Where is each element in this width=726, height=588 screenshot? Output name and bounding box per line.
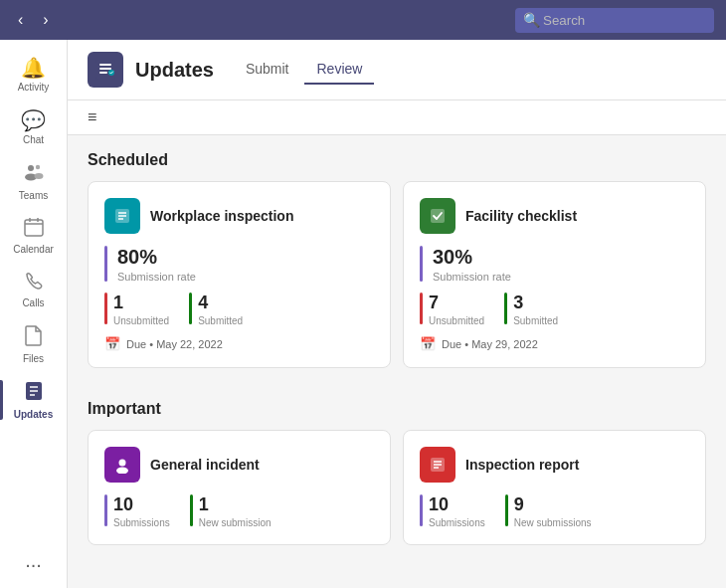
new-submissions-bar-inspection <box>505 494 508 526</box>
page-app-icon <box>88 52 123 88</box>
page-tabs: Submit Review <box>234 55 374 85</box>
svg-rect-4 <box>25 220 43 236</box>
teams-icon <box>23 161 45 188</box>
submitted-bar-facility <box>504 293 507 324</box>
facility-checklist-title: Facility checklist <box>465 208 577 224</box>
rate-bar <box>104 246 107 282</box>
menu-bar: ≡ <box>68 100 726 135</box>
due-calendar-icon-facility: 📅 <box>420 336 436 351</box>
submitted-label-facility: Submitted <box>513 315 558 326</box>
content-area: Updates Submit Review ≡ Scheduled <box>68 40 726 588</box>
new-submissions-stat-inspection: 9 New submissions <box>505 494 592 528</box>
sidebar-item-teams[interactable]: Teams <box>0 153 67 209</box>
submissions-bar-general <box>104 494 107 526</box>
unsubmitted-bar <box>104 293 107 324</box>
facility-checklist-card: Facility checklist 30% Submission rate <box>403 181 706 368</box>
back-button[interactable]: ‹ <box>12 9 29 31</box>
files-icon <box>25 324 43 351</box>
stats-row-facility: 7 Unsubmitted 3 Submitted <box>420 293 689 326</box>
hamburger-menu[interactable]: ≡ <box>88 108 96 125</box>
svg-rect-15 <box>99 72 107 74</box>
sidebar: 🔔 Activity 💬 Chat Teams <box>0 40 68 588</box>
submissions-stat-general: 10 Submissions <box>104 494 170 528</box>
sidebar-item-updates[interactable]: Updates <box>0 372 67 428</box>
main-layout: 🔔 Activity 💬 Chat Teams <box>0 40 726 588</box>
general-incident-card: General incident 10 Submissions <box>88 430 391 545</box>
sidebar-label-calls: Calls <box>22 297 44 308</box>
sidebar-label-chat: Chat <box>23 134 44 145</box>
sidebar-item-calls[interactable]: Calls <box>0 263 67 316</box>
search-input[interactable] <box>515 8 714 33</box>
scheduled-cards-grid: Workplace inspection 80% Submission rate <box>88 181 706 368</box>
facility-checklist-icon <box>420 198 455 234</box>
unsubmitted-stat-facility: 7 Unsubmitted <box>420 293 484 326</box>
scheduled-section: Scheduled Workplace inspect <box>68 135 726 384</box>
rate-bar-facility <box>420 246 423 282</box>
inspection-report-icon <box>420 447 455 483</box>
new-submissions-value-inspection: 9 <box>514 494 592 515</box>
updates-icon <box>24 380 44 407</box>
submitted-bar <box>189 293 192 324</box>
submissions-value-general: 10 <box>113 494 170 515</box>
due-label-facility: Due • May 29, 2022 <box>442 338 538 350</box>
forward-button[interactable]: › <box>37 9 54 31</box>
important-title: Important <box>88 400 706 418</box>
submissions-value-inspection: 10 <box>429 494 485 515</box>
svg-rect-14 <box>99 68 111 70</box>
new-submissions-label-general: New submission <box>199 517 272 528</box>
submitted-stat-facility: 3 Submitted <box>504 293 558 326</box>
workplace-inspection-card: Workplace inspection 80% Submission rate <box>88 181 391 368</box>
sidebar-item-activity[interactable]: 🔔 Activity <box>0 48 67 100</box>
navigation-arrows: ‹ › <box>12 9 55 31</box>
sidebar-label-teams: Teams <box>19 190 48 201</box>
sidebar-label-calendar: Calendar <box>13 244 54 255</box>
due-calendar-icon: 📅 <box>104 336 120 351</box>
tab-review[interactable]: Review <box>304 55 374 85</box>
submissions-bar-inspection <box>420 494 423 526</box>
general-incident-title: General incident <box>150 457 260 473</box>
card-header-general: General incident <box>104 447 374 483</box>
stats-row-workplace: 1 Unsubmitted 4 Submitted <box>104 293 374 326</box>
submitted-label: Submitted <box>198 315 243 326</box>
rate-value: 80% <box>117 246 196 269</box>
svg-point-22 <box>119 460 126 467</box>
unsubmitted-label-facility: Unsubmitted <box>429 315 484 326</box>
submitted-value: 4 <box>198 293 243 313</box>
tab-submit[interactable]: Submit <box>234 55 301 85</box>
activity-icon: 🔔 <box>21 56 46 80</box>
sidebar-label-files: Files <box>23 353 44 364</box>
submitted-stat: 4 Submitted <box>189 293 243 326</box>
unsubmitted-label: Unsubmitted <box>113 315 169 326</box>
unsubmitted-value-facility: 7 <box>429 293 484 313</box>
rate-value-facility: 30% <box>433 246 511 269</box>
due-info-facility: 📅 Due • May 29, 2022 <box>420 336 689 351</box>
sidebar-item-calendar[interactable]: Calendar <box>0 209 67 263</box>
search-wrapper: 🔍 <box>515 8 714 33</box>
sidebar-item-files[interactable]: Files <box>0 316 67 372</box>
card-header-facility: Facility checklist <box>420 198 689 234</box>
svg-point-3 <box>34 173 43 179</box>
new-submissions-value-general: 1 <box>199 494 272 515</box>
svg-point-1 <box>35 165 39 169</box>
search-icon: 🔍 <box>523 12 540 28</box>
sidebar-label-activity: Activity <box>18 82 50 93</box>
inspection-report-title: Inspection report <box>465 457 579 473</box>
inspection-report-card: Inspection report 10 Submissions <box>403 430 706 545</box>
more-button[interactable]: ··· <box>25 553 42 576</box>
new-submissions-stat-general: 1 New submission <box>190 494 272 528</box>
unsubmitted-stat: 1 Unsubmitted <box>104 293 169 326</box>
page-header: Updates Submit Review <box>68 40 726 100</box>
important-section: Important General incident <box>68 384 726 561</box>
page-title: Updates <box>135 59 214 82</box>
chat-icon: 💬 <box>21 108 46 132</box>
general-incident-icon <box>104 447 140 483</box>
rate-label-facility: Submission rate <box>433 271 511 283</box>
svg-rect-13 <box>99 64 111 66</box>
submissions-row-inspection: 10 Submissions 9 New submissions <box>420 494 689 528</box>
submission-rate-facility: 30% Submission rate <box>420 246 689 283</box>
unsubmitted-value: 1 <box>113 293 169 313</box>
due-label: Due • May 22, 2022 <box>126 338 223 350</box>
submissions-label-general: Submissions <box>113 517 170 528</box>
sidebar-item-chat[interactable]: 💬 Chat <box>0 100 67 153</box>
submissions-stat-inspection: 10 Submissions <box>420 494 485 528</box>
